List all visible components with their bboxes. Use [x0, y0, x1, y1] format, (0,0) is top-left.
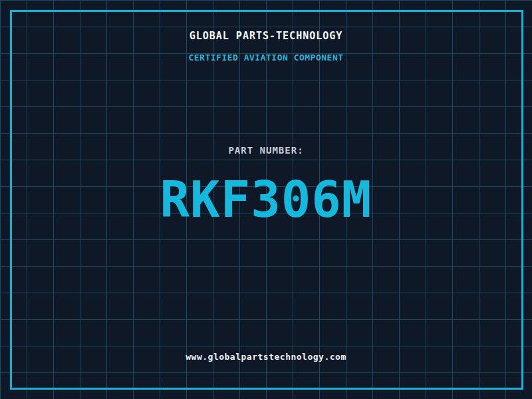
website-url: www.globalpartstechnology.com	[0, 352, 532, 361]
company-title: GLOBAL PARTS-TECHNOLOGY	[0, 31, 532, 41]
part-number-value: RKF306M	[0, 175, 532, 224]
part-number-label: PART NUMBER:	[0, 146, 532, 155]
part-certificate-screen: GLOBAL PARTS-TECHNOLOGY CERTIFIED AVIATI…	[0, 0, 532, 399]
certification-subtitle: CERTIFIED AVIATION COMPONENT	[0, 53, 532, 62]
